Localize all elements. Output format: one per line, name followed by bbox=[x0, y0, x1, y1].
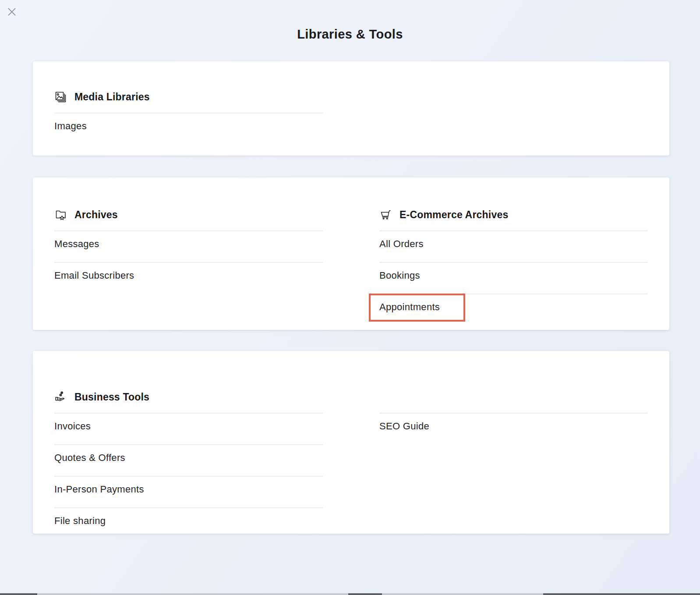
archives-card: Archives Messages Email Subscribers bbox=[33, 177, 669, 330]
menu-item-label: File sharing bbox=[54, 515, 106, 526]
menu-item-label: Email Subscribers bbox=[54, 270, 134, 281]
menu-item-label: Bookings bbox=[379, 270, 420, 281]
bottom-edge-artifact bbox=[0, 593, 700, 595]
menu-item-label: Quotes & Offers bbox=[54, 452, 125, 463]
bottom-edge-segment bbox=[543, 593, 700, 595]
media-libraries-card: Media Libraries Images bbox=[33, 61, 669, 156]
section-header-business-tools: Business Tools bbox=[54, 390, 323, 404]
seo-guide-column: SEO Guide bbox=[379, 390, 648, 539]
cart-icon bbox=[379, 208, 392, 221]
menu-item-in-person-payments[interactable]: In-Person Payments bbox=[54, 476, 323, 507]
bottom-edge-segment bbox=[348, 593, 382, 595]
empty-column bbox=[379, 89, 648, 144]
section-header-ecommerce-archives: E-Commerce Archives bbox=[379, 207, 648, 222]
archives-column: Archives Messages Email Subscribers bbox=[54, 207, 323, 325]
section-title: Archives bbox=[74, 209, 118, 221]
photo-stack-icon bbox=[54, 90, 67, 103]
hand-coins-icon bbox=[54, 390, 67, 404]
menu-item-label: Messages bbox=[54, 238, 99, 249]
section-title: Media Libraries bbox=[74, 91, 150, 103]
folder-star-icon bbox=[54, 208, 67, 221]
section-header-archives: Archives bbox=[54, 207, 323, 222]
menu-item-label: Images bbox=[54, 120, 87, 131]
bottom-edge-segment bbox=[0, 593, 37, 595]
menu-item-appointments[interactable]: Appointments bbox=[379, 294, 648, 325]
section-title: E-Commerce Archives bbox=[399, 209, 508, 221]
section-header-spacer bbox=[379, 390, 648, 413]
menu-item-seo-guide[interactable]: SEO Guide bbox=[379, 413, 648, 444]
page-title: Libraries & Tools bbox=[0, 27, 700, 42]
ecommerce-archives-column: E-Commerce Archives All Orders Bookings … bbox=[379, 207, 648, 325]
business-tools-column: Business Tools Invoices Quotes & Offers … bbox=[54, 390, 323, 539]
close-button[interactable] bbox=[6, 6, 18, 18]
menu-item-label: All Orders bbox=[379, 238, 424, 249]
menu-item-quotes-offers[interactable]: Quotes & Offers bbox=[54, 444, 323, 476]
menu-item-label: In-Person Payments bbox=[54, 484, 144, 495]
section-header-media-libraries: Media Libraries bbox=[54, 89, 323, 104]
menu-item-label: Appointments bbox=[379, 301, 440, 312]
close-icon bbox=[6, 6, 18, 18]
menu-item-label: SEO Guide bbox=[379, 421, 429, 432]
menu-item-images[interactable]: Images bbox=[54, 113, 323, 144]
menu-item-label: Invoices bbox=[54, 421, 91, 432]
menu-item-email-subscribers[interactable]: Email Subscribers bbox=[54, 262, 323, 294]
menu-item-file-sharing[interactable]: File sharing bbox=[54, 507, 323, 539]
media-libraries-column: Media Libraries Images bbox=[54, 89, 323, 144]
section-title: Business Tools bbox=[74, 391, 149, 403]
business-tools-card: Business Tools Invoices Quotes & Offers … bbox=[33, 351, 669, 534]
menu-item-all-orders[interactable]: All Orders bbox=[379, 230, 648, 262]
libraries-tools-panel: Libraries & Tools Media Librarie bbox=[0, 0, 700, 595]
menu-item-invoices[interactable]: Invoices bbox=[54, 413, 323, 444]
menu-item-bookings[interactable]: Bookings bbox=[379, 262, 648, 294]
menu-item-messages[interactable]: Messages bbox=[54, 230, 323, 262]
